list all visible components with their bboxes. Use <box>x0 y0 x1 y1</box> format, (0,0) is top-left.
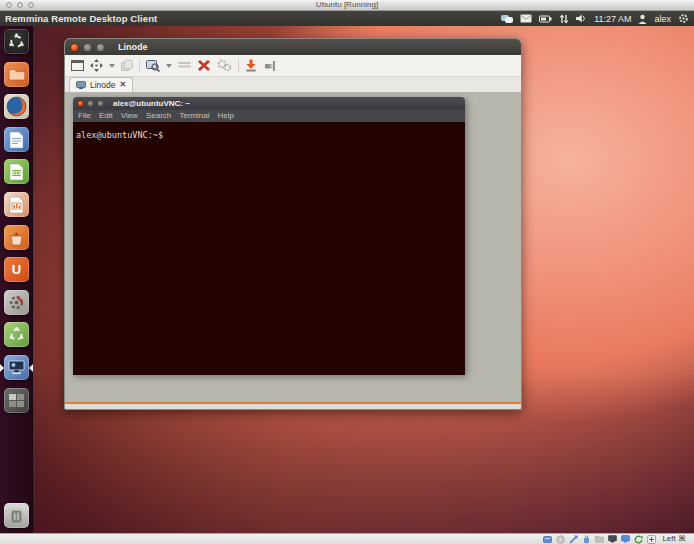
scaled-mode-icon[interactable] <box>121 60 133 71</box>
display-small-icon[interactable] <box>608 535 617 544</box>
keyboard-grab-icon[interactable] <box>178 61 191 70</box>
terminal-prompt: alex@ubuntuVNC:~$ <box>76 130 168 140</box>
workspace-switcher-icon[interactable] <box>4 388 29 413</box>
magnify-display-icon[interactable] <box>146 60 160 72</box>
firefox-icon[interactable] <box>4 94 29 119</box>
network-adapters-icon[interactable] <box>569 535 578 544</box>
remote-desktop-edge-line <box>65 402 521 404</box>
active-app-title[interactable]: Remmina Remote Desktop Client <box>5 13 157 24</box>
optical-drives-icon[interactable] <box>556 535 565 544</box>
fullscreen-icon[interactable] <box>71 60 84 71</box>
host-minimize-button[interactable] <box>17 2 23 8</box>
remmina-titlebar[interactable]: Linode <box>65 39 521 55</box>
user-icon <box>638 14 647 24</box>
terminal-titlebar[interactable]: alex@ubuntuVNC: ~ <box>73 97 465 110</box>
disconnect-plug-icon[interactable] <box>263 60 275 72</box>
terminal-title: alex@ubuntuVNC: ~ <box>113 99 190 108</box>
launcher-focused-arrow <box>29 364 33 372</box>
menu-help[interactable]: Help <box>217 112 233 120</box>
remmina-minimize-button[interactable] <box>83 43 92 52</box>
ubuntu-top-panel: Remmina Remote Desktop Client 11:27 AM a… <box>0 11 694 26</box>
email-icon[interactable] <box>520 14 532 23</box>
system-settings-icon[interactable] <box>4 290 29 315</box>
menu-file[interactable]: File <box>78 112 91 120</box>
virtualbox-guest-screen: Ubuntu [Running] Remmina Remote Desktop … <box>0 0 694 544</box>
virtualbox-statusbar: Left ⌘ <box>0 533 694 544</box>
battery-icon[interactable] <box>539 15 552 23</box>
remmina-maximize-button[interactable] <box>96 43 105 52</box>
software-updater-icon[interactable] <box>4 322 29 347</box>
terminal-menubar: File Edit View Search Terminal Help <box>73 110 465 122</box>
ubuntu-one-icon[interactable]: U <box>4 257 29 282</box>
mouse-integration-icon[interactable] <box>647 535 656 544</box>
libreoffice-writer-icon[interactable] <box>4 127 29 152</box>
menu-view[interactable]: View <box>121 112 138 120</box>
features-icon[interactable] <box>634 535 643 544</box>
menu-terminal[interactable]: Terminal <box>179 112 209 120</box>
host-window-titlebar[interactable]: Ubuntu [Running] <box>0 0 694 11</box>
fit-window-icon[interactable] <box>90 59 103 72</box>
terminal-close-button[interactable] <box>77 100 84 107</box>
toolbar-separator <box>139 59 140 72</box>
tools-icon[interactable] <box>197 59 211 72</box>
toolbar-separator <box>238 59 239 72</box>
remmina-window-title: Linode <box>118 42 148 52</box>
display-icon[interactable] <box>621 535 630 544</box>
magnify-dropdown-icon[interactable] <box>166 64 172 68</box>
vnc-remote-desktop[interactable]: alex@ubuntuVNC: ~ File Edit View Search … <box>65 93 521 402</box>
libreoffice-calc-icon[interactable] <box>4 159 29 184</box>
usb-devices-icon[interactable] <box>582 535 591 544</box>
ubuntu-dash-icon[interactable] <box>4 29 29 54</box>
indicator-area: 11:27 AM alex <box>501 13 689 24</box>
menu-search[interactable]: Search <box>146 112 171 120</box>
ubuntu-one-glyph: U <box>12 262 21 277</box>
terminal-body[interactable]: alex@ubuntuVNC:~$ <box>73 122 465 375</box>
unity-launcher: U <box>0 26 33 533</box>
session-gear-icon[interactable] <box>678 13 689 24</box>
remmina-close-button[interactable] <box>70 43 79 52</box>
fit-window-dropdown-icon[interactable] <box>109 64 115 68</box>
ubuntu-software-center-icon[interactable] <box>4 225 29 250</box>
trash-icon[interactable] <box>4 503 29 528</box>
remmina-toolbar <box>65 55 521 77</box>
host-window-controls[interactable] <box>6 2 34 8</box>
network-updown-icon[interactable] <box>559 14 569 24</box>
tab-linode[interactable]: Linode ✕ <box>69 77 133 92</box>
clock[interactable]: 11:27 AM <box>594 14 631 24</box>
terminal-minimize-button[interactable] <box>87 100 94 107</box>
volume-icon[interactable] <box>576 14 587 23</box>
terminal-maximize-button[interactable] <box>97 100 104 107</box>
remmina-window: Linode <box>64 38 522 410</box>
remmina-launcher-icon[interactable] <box>4 355 29 380</box>
host-zoom-button[interactable] <box>28 2 34 8</box>
tab-label: Linode <box>90 80 116 90</box>
host-close-button[interactable] <box>6 2 12 8</box>
host-window-title: Ubuntu [Running] <box>0 0 694 10</box>
desktop-wallpaper: U Linode <box>0 26 694 533</box>
host-key-label: Left ⌘ <box>662 535 686 543</box>
launcher-running-arrow <box>0 364 4 372</box>
hard-disks-icon[interactable] <box>543 535 552 544</box>
tab-close-icon[interactable]: ✕ <box>120 81 127 89</box>
gears-icon[interactable] <box>217 59 232 72</box>
remmina-tabbar: Linode ✕ <box>65 77 521 93</box>
messaging-icon[interactable] <box>501 14 513 24</box>
menu-edit[interactable]: Edit <box>99 112 113 120</box>
tab-monitor-icon <box>76 81 86 89</box>
libreoffice-impress-icon[interactable] <box>4 192 29 217</box>
home-folder-icon[interactable] <box>4 62 29 87</box>
shared-folders-icon[interactable] <box>595 535 604 544</box>
minimize-to-tray-icon[interactable] <box>245 59 257 72</box>
user-menu[interactable]: alex <box>654 14 671 24</box>
terminal-window: alex@ubuntuVNC: ~ File Edit View Search … <box>73 97 465 375</box>
